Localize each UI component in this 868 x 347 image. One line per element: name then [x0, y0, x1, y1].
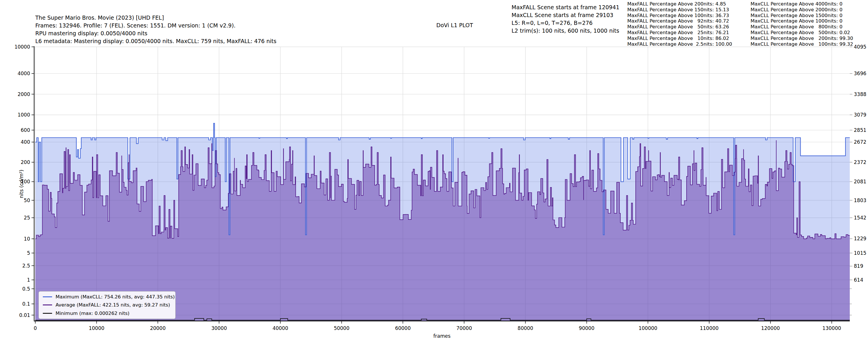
legend-item-minimum: Minimum (max: 0.000262 nits): [43, 311, 175, 316]
x-tick-label: 30000: [211, 325, 227, 331]
y-tick-label: 5: [27, 250, 30, 256]
x-tick-label: 40000: [273, 325, 288, 331]
text-line: MaxCLL Percentage Above 200nits: 99.30: [750, 36, 853, 41]
y-tick-label: 10000: [14, 44, 30, 50]
x-tick-label: 60000: [395, 325, 410, 331]
y-tick-label: 400: [21, 139, 30, 145]
text-line: MaxCLL Percentage Above 4000nits: 0: [750, 1, 853, 7]
y-tick-label: 200: [21, 159, 30, 165]
x-tick-label: 90000: [579, 325, 595, 331]
text-line: RPU mastering display: 0.0050/4000 nits: [35, 30, 276, 37]
y-tick-label: 25: [24, 215, 30, 221]
y-tick-label: 0.5: [22, 286, 30, 292]
maximum-line-swatch: [43, 296, 52, 297]
right-tick-label: 2081: [854, 179, 866, 185]
legend-label-maximum: Maximum (MaxCLL: 754.26 nits, avg: 447.3…: [56, 294, 175, 299]
text-line: MaxCLL Scene starts at frame 29103: [512, 11, 619, 19]
right-tick-label: 1015: [854, 250, 866, 256]
media-info-block: The Super Mario Bros. Movie (2023) [UHD …: [35, 14, 276, 45]
y-tick-label: 2000: [18, 91, 30, 97]
legend-item-average: Average (MaxFALL: 422.15 nits, avg: 59.2…: [43, 302, 175, 308]
y-tick-label: 1: [27, 277, 30, 283]
y-tick-label: 1000: [18, 112, 30, 118]
text-line: MaxFALL Percentage Above 10nits: 86.02: [627, 36, 732, 41]
x-tick-label: 110000: [700, 325, 719, 331]
text-line: MaxCLL Percentage Above 100nits: 99.32: [750, 41, 853, 47]
text-line: MaxCLL Percentage Above 800nits: 0: [750, 24, 853, 30]
minimum-line-swatch: [43, 313, 52, 314]
x-tick-label: 0: [34, 325, 37, 331]
text-line: L2 trim(s): 100 nits, 600 nits, 1000 nit…: [512, 27, 619, 35]
text-line: MaxFALL Scene starts at frame 120941: [512, 3, 619, 11]
x-tick-label: 50000: [334, 325, 349, 331]
right-tick-label: 1542: [854, 215, 866, 221]
text-line: MaxCLL Percentage Above 1000nits: 0: [750, 18, 853, 24]
chart-legend: Maximum (MaxCLL: 754.26 nits, avg: 447.3…: [38, 291, 176, 319]
y-tick-label: 0.01: [19, 312, 30, 318]
x-tick-label: 80000: [518, 325, 533, 331]
legend-label-average: Average (MaxFALL: 422.15 nits, avg: 59.2…: [56, 302, 170, 308]
right-tick-label: 3079: [854, 112, 866, 118]
x-tick-label: 120000: [761, 325, 780, 331]
text-line: MaxFALL Percentage Above 200nits: 4.85: [627, 1, 732, 7]
page-title: DoVi L1 PLOT: [436, 22, 473, 28]
y-tick-label: 50: [24, 197, 30, 203]
text-line: MaxCLL Percentage Above 2000nits: 0: [750, 7, 853, 13]
text-line: MaxFALL Percentage Above 100nits: 36.73: [627, 13, 732, 19]
right-tick-label: 4095: [854, 44, 866, 50]
right-tick-label: 1803: [854, 197, 866, 203]
text-line: MaxCLL Percentage Above 1500nits: 0: [750, 13, 853, 19]
y-tick-label: 4000: [18, 70, 30, 76]
text-line: L5: R=0, L=0, T=276, B=276: [512, 19, 619, 27]
text-line: Frames: 132946. Profile: 7 (FEL). Scenes…: [35, 22, 276, 30]
legend-label-minimum: Minimum (max: 0.000262 nits): [56, 311, 129, 316]
y-axis-title: nits (cd/m²): [19, 170, 24, 198]
text-line: The Super Mario Bros. Movie (2023) [UHD …: [35, 14, 276, 22]
text-line: MaxFALL Percentage Above 150nits: 15.13: [627, 7, 732, 13]
x-tick-label: 20000: [150, 325, 165, 331]
scene-info-block: MaxFALL Scene starts at frame 120941MaxC…: [512, 3, 619, 35]
text-line: MaxFALL Percentage Above 92nits: 40.72: [627, 18, 732, 24]
text-line: L6 metadata: Mastering display: 0.0050/4…: [35, 37, 276, 45]
x-axis-title: frames: [433, 333, 451, 339]
y-tick-label: 600: [21, 127, 30, 133]
right-tick-label: 819: [854, 263, 863, 269]
text-line: MaxFALL Percentage Above 25nits: 76.21: [627, 30, 732, 36]
maxfall-percentage-block: MaxFALL Percentage Above 200nits: 4.85Ma…: [627, 1, 732, 47]
y-tick-label: 2.5: [22, 263, 30, 269]
x-tick-label: 100000: [639, 325, 657, 331]
right-tick-label: 3696: [854, 70, 866, 76]
y-tick-label: 0.1: [22, 301, 30, 307]
legend-item-maximum: Maximum (MaxCLL: 754.26 nits, avg: 447.3…: [43, 294, 175, 299]
average-line-swatch: [43, 305, 52, 305]
y-tick-label: 10: [24, 236, 30, 242]
right-tick-label: 2372: [854, 159, 866, 165]
text-line: MaxCLL Percentage Above 500nits: 0.02: [750, 30, 853, 36]
x-tick-label: 130000: [822, 325, 841, 331]
text-line: MaxFALL Percentage Above 50nits: 63.26: [627, 24, 732, 30]
right-tick-label: 2672: [854, 139, 866, 145]
right-tick-label: 614: [854, 277, 863, 283]
right-tick-label: 1229: [854, 236, 866, 242]
right-tick-label: 3388: [854, 91, 866, 97]
maxcll-percentage-block: MaxCLL Percentage Above 4000nits: 0MaxCL…: [750, 1, 853, 47]
text-line: MaxFALL Percentage Above 2.5nits: 100.00: [627, 41, 732, 47]
x-tick-label: 10000: [89, 325, 104, 331]
right-tick-label: 2851: [854, 127, 866, 133]
dovi-l1-plot-page: 1000040002000100060040020010050251052.51…: [0, 0, 868, 347]
x-tick-label: 70000: [456, 325, 472, 331]
